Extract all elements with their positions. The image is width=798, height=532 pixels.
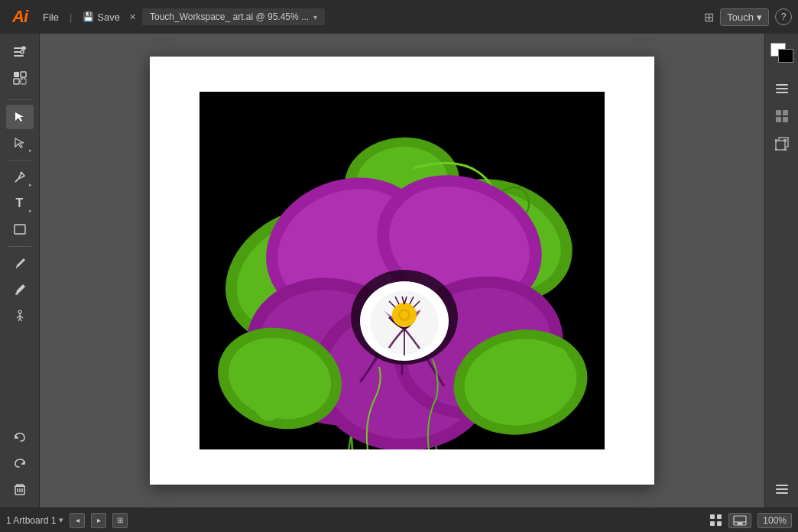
svg-line-16 [20,316,23,318]
svg-rect-2 [14,55,24,57]
direct-selection-tool-button[interactable]: ▸ [6,131,34,155]
nav-prev-button[interactable]: ◂ [70,513,85,528]
main-layout: ▸ ▸ T ▸ [0,34,798,508]
workspace-label: Touch [727,11,754,23]
libraries-icon [775,109,789,123]
artboard-dropdown-arrow[interactable]: ▾ [59,515,63,525]
document-tab[interactable]: Touch_Workspace_ art.ai @ 95.45% ... ▾ [142,8,325,25]
tab-dropdown-arrow[interactable]: ▾ [313,13,317,21]
workspace-icon: ⊞ [704,10,714,24]
svg-rect-68 [783,110,788,115]
status-bar: 1 Artboard 1 ▾ ◂ ▸ ⊞ [0,508,798,532]
tool-separator-3 [8,246,31,247]
sub-tool-indicator: ▸ [29,148,32,154]
delete-button[interactable] [6,477,34,501]
svg-point-4 [21,50,24,54]
svg-rect-5 [14,72,19,77]
save-disk-icon: 💾 [83,11,94,22]
screen-mode-icon [733,515,747,526]
artboard-selector[interactable]: 1 Artboard 1 ▾ [6,515,63,526]
background-color[interactable] [778,49,793,63]
help-icon: ? [781,11,787,22]
selection-tool-button[interactable] [6,105,34,129]
svg-line-9 [15,179,18,182]
libraries-panel-button[interactable] [768,104,796,128]
app-logo: Ai [6,7,34,27]
grid-view-button[interactable] [710,514,722,527]
svg-rect-78 [738,523,742,524]
svg-line-18 [20,318,21,321]
svg-rect-12 [15,293,18,295]
properties-panel-button[interactable] [768,76,796,101]
svg-rect-67 [776,110,781,115]
right-panel [764,34,798,508]
svg-point-73 [783,140,786,142]
eyedropper-tool-button[interactable] [6,277,34,302]
right-controls: ⊞ Touch ▾ ? [704,8,792,26]
screen-mode-button[interactable] [728,513,751,528]
artboard-label: 1 Artboard 1 [6,515,56,526]
tool-separator-2 [8,160,31,161]
nav-next-button[interactable]: ▸ [91,513,106,528]
type-icon: T [16,196,24,210]
svg-rect-8 [21,79,26,84]
pen-sub-indicator: ▸ [29,182,32,188]
redo-button[interactable] [6,451,34,475]
grid-dots-icon [710,514,722,527]
svg-rect-6 [21,72,26,77]
svg-rect-69 [776,117,781,122]
artboard-nav-icon: ⊞ [117,516,123,524]
svg-point-48 [401,311,408,319]
svg-point-74 [775,149,777,151]
tool-separator-1 [8,99,31,100]
panels-menu-button[interactable] [768,477,796,501]
svg-rect-70 [783,117,788,122]
artboard-container [150,57,654,485]
pen-tool-button[interactable]: ▸ [6,165,34,190]
artwork-canvas [200,92,605,449]
properties-panel-icon[interactable] [6,40,34,64]
canvas-area[interactable] [40,34,764,508]
svg-point-13 [18,310,21,313]
status-right-controls: 100% [710,513,792,528]
save-button[interactable]: 💾 Save [76,8,126,26]
svg-point-10 [20,172,22,174]
tab-title: Touch_Workspace_ art.ai @ 95.45% ... [150,11,309,22]
file-menu[interactable]: File [37,8,65,26]
panels-hamburger-icon [776,485,788,494]
type-sub-indicator: ▸ [29,208,32,214]
svg-point-72 [775,140,777,142]
svg-rect-7 [14,79,19,84]
svg-rect-0 [14,47,26,49]
tab-close-button[interactable]: ✕ [129,12,136,22]
hamburger-icon [776,84,788,93]
left-toolbar: ▸ ▸ T ▸ [0,34,40,508]
svg-rect-11 [15,225,25,234]
zoom-value: 100% [763,515,787,526]
artboard-icon-button[interactable]: ⊞ [112,513,128,528]
workspace-dropdown-arrow[interactable]: ▾ [757,11,762,23]
flower-artwork [200,92,605,449]
nav-prev-icon: ◂ [76,516,79,524]
transform-icon [775,137,789,151]
workspace-selector[interactable]: Touch ▾ [720,8,769,26]
menu-sep-1: | [68,11,73,23]
menu-bar: Ai File | 💾 Save ✕ Touch_Workspace_ art.… [0,0,798,34]
svg-point-75 [783,149,786,151]
zoom-level-display[interactable]: 100% [757,513,792,528]
paintbrush-tool-button[interactable] [6,251,34,276]
puppet-warp-tool-button[interactable] [6,303,34,328]
undo-button[interactable] [6,425,34,449]
save-label: Save [97,11,120,23]
svg-rect-71 [776,141,785,150]
rectangle-tool-button[interactable] [6,217,34,242]
nav-next-icon: ▸ [97,516,101,524]
color-swatch[interactable] [770,43,793,63]
transform-panel-button[interactable] [768,131,796,156]
appearance-panel-icon[interactable] [6,66,34,90]
type-tool-button[interactable]: T ▸ [6,191,34,216]
help-button[interactable]: ? [775,8,792,25]
